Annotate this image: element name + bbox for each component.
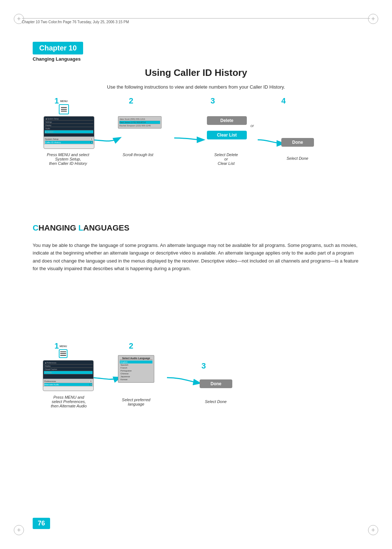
system-setup-label: System Setup: [45, 138, 58, 140]
menu-line-d2-2: [60, 353, 66, 354]
menu-line-3: [61, 111, 67, 111]
diagram1-svg: [33, 96, 359, 202]
page-number-box: 76: [33, 518, 50, 529]
device-screen-row: Settings: [45, 121, 93, 124]
preferences-label: Preferences: [44, 380, 56, 382]
section2-title: CHANGING LANGUAGES: [33, 223, 129, 233]
section2-title-hanging: HANGING: [38, 223, 78, 232]
section1-title: Using Caller ID History: [0, 67, 392, 78]
section2-title-anguages: ANGUAGES: [83, 223, 129, 232]
caption-d2-step3: Select Done: [195, 399, 237, 404]
lang-item-french: French: [120, 366, 152, 369]
d2-screen-row: Alt Audio ···: [44, 371, 93, 374]
page-number: 76: [38, 520, 45, 527]
delete-label: Delete: [220, 118, 233, 123]
intro-text: Use the following instructions to view a…: [0, 84, 392, 90]
lang-item-korean: Korean: [120, 378, 152, 381]
body-text: You may be able to change the language o…: [33, 241, 359, 273]
callerid-item-2: Paul Jones (173) 555-8714: [119, 121, 160, 124]
chapter-box: Chapter 10: [33, 42, 83, 54]
done-label-d2: Done: [211, 381, 221, 386]
clear-list-button[interactable]: Clear List: [207, 131, 247, 139]
callerid-item-3: Rachel Simpson (222) 555-1245: [119, 124, 160, 127]
chapter-label: Chapter 10: [39, 44, 77, 52]
lang-item-spanish: Spanish: [120, 363, 152, 366]
caption-d2-s3: Select Done: [205, 399, 227, 404]
caption-step3-line1: Select Delete: [214, 152, 238, 157]
lang-item-english: English: [120, 361, 152, 363]
caption-step1-line3: then Caller ID History: [49, 161, 87, 166]
menu-label-d2: MENU: [60, 345, 67, 347]
caption-step3-line2: or: [224, 157, 228, 161]
caller-id-num: 4: [90, 141, 93, 143]
device-mockup-1: ◀ System Setup Settings Display Audio ▶ …: [44, 116, 94, 149]
chapter-subtitle: Changing Languages: [33, 56, 81, 62]
caption-step2: Scroll through list: [114, 152, 162, 157]
device-screen-row: ▶ System ···: [45, 130, 93, 134]
step1-num: 1: [54, 96, 59, 106]
section2-title-l: L: [78, 223, 83, 232]
lang-item-portuguese: Portuguese: [120, 369, 152, 372]
callerid-item-1: Jake Scott (555) 555-1213: [119, 118, 160, 121]
caption-step1-line2: System Setup,: [55, 157, 81, 161]
section2-title-c: C: [33, 223, 38, 232]
d2-screen-row: ◀ Preferences: [44, 361, 93, 365]
lang-item-japanese: Japanese: [120, 375, 152, 378]
diag2-step1-num: 1: [54, 341, 59, 351]
device-screen-row: Audio: [45, 127, 93, 130]
caption-step1-line1: Press MENU and select: [47, 152, 89, 157]
caption-d2-s1-l3: then Alternate Audio: [51, 404, 87, 408]
delete-button[interactable]: Delete: [207, 116, 247, 125]
diagram2: 1 MENU ◀ Preferences Display Closed Capt…: [33, 341, 359, 436]
lang-item-chinese: Chinese: [120, 372, 152, 375]
caption-d2-step1: Press MENU and select Preferences, then …: [37, 395, 101, 408]
device-footer-row-1: System Setup 6 Caller ID History 4: [44, 137, 94, 145]
header-bar: Chapter 10 Two Color.fm Page 76 Tuesday,…: [22, 18, 370, 24]
d2-screen-row: Closed Caption: [44, 368, 93, 371]
alt-audio-label: Alternate Audio: [44, 383, 59, 386]
caption-step4-text: Select Done: [287, 156, 309, 160]
menu-line-d2-1: [60, 351, 66, 352]
diag2-step2-num: 2: [129, 341, 133, 351]
callerid-list: Jake Scott (555) 555-1213 Paul Jones (17…: [118, 116, 162, 129]
preferences-num: 8: [90, 380, 92, 382]
done-button-1[interactable]: Done: [281, 138, 314, 147]
d2-screen-row: Display: [44, 365, 93, 368]
caption-step2-text: Scroll through list: [123, 152, 153, 157]
caption-d2-step2: Select preferred language: [113, 398, 160, 406]
reg-mark-bl: [14, 525, 24, 535]
d2-footer: Preferences 8 Alternate Audio 3: [43, 379, 93, 387]
caption-d2-s2-l2: language: [128, 402, 144, 406]
step4-num: 4: [281, 96, 286, 106]
alt-audio-num: 3: [90, 383, 92, 386]
device-mockup-d2: ◀ Preferences Display Closed Caption Alt…: [43, 360, 94, 391]
caption-step3: Select Delete or Clear List: [203, 152, 250, 166]
caption-d2-s1-l1: Press MENU and: [53, 395, 84, 399]
language-list: Select Audio Language English Spanish Fr…: [118, 355, 154, 383]
header-text: Chapter 10 Two Color.fm Page 76 Tuesday,…: [22, 20, 129, 24]
device-screen-row: ◀ System Setup: [45, 117, 93, 121]
caption-d2-s2-l1: Select preferred: [122, 398, 150, 402]
menu-label-1: MENU: [60, 100, 68, 102]
done-button-d2[interactable]: Done: [200, 379, 232, 388]
step2-num: 2: [129, 96, 133, 106]
or-text-1: or: [250, 123, 254, 128]
clearlist-label: Clear List: [217, 133, 237, 138]
reg-mark-br: [368, 525, 378, 535]
caption-step1: Press MENU and select System Setup, then…: [36, 152, 100, 166]
done-label-1: Done: [292, 140, 303, 145]
caption-step3-line3: Clear List: [218, 161, 234, 166]
lang-list-title: Select Audio Language: [120, 357, 152, 360]
caption-d2-s1-l2: select Preferences,: [52, 399, 86, 404]
menu-line-d2-3: [60, 355, 66, 356]
menu-line-1: [61, 107, 67, 108]
system-setup-num: 6: [90, 138, 93, 140]
caption-step4: Select Done: [277, 156, 318, 160]
step3-num: 3: [211, 96, 215, 106]
menu-line-2: [61, 109, 67, 110]
device-screen-row: Display: [45, 124, 93, 127]
diag2-step3-num: 3: [201, 361, 206, 371]
diagram1: 1 MENU ◀ System Setup Settings Display A…: [33, 96, 359, 202]
caller-id-label: Caller ID History: [45, 141, 61, 143]
